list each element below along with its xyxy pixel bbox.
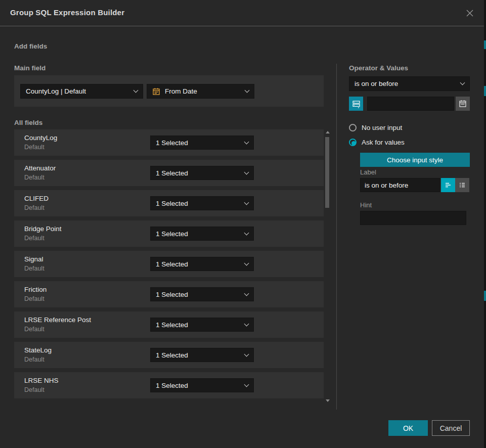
group-sql-expression-builder-dialog: Group SQL Expression Builder Add fields … — [0, 0, 484, 448]
field-sublabel: Default — [24, 235, 45, 242]
field-sublabel: Default — [24, 174, 45, 181]
field-selection-dropdown[interactable]: 1 Selected — [150, 227, 254, 241]
radio-icon — [349, 124, 357, 131]
field-sublabel: Default — [24, 386, 45, 393]
field-row: LRSE Reference Post Default 1 Selected — [14, 311, 324, 338]
field-name: Attenuator — [24, 164, 56, 172]
background-accent-fragment — [484, 291, 486, 301]
selection-dropdown-value: 1 Selected — [156, 200, 241, 207]
background-app-edge — [484, 0, 486, 448]
selection-dropdown-value: 1 Selected — [156, 321, 241, 329]
chevron-down-icon — [244, 139, 249, 144]
label-input[interactable]: is on or before — [360, 178, 440, 192]
chevron-down-icon — [244, 291, 249, 296]
selection-dropdown-value: 1 Selected — [156, 291, 241, 298]
value-date-input[interactable] — [367, 97, 454, 111]
field-selection-dropdown[interactable]: 1 Selected — [150, 136, 254, 150]
value-source-icon[interactable] — [349, 97, 363, 111]
chevron-down-icon — [244, 169, 249, 174]
chevron-down-icon — [244, 321, 249, 326]
chevron-down-icon — [134, 88, 139, 93]
field-sublabel: Default — [24, 265, 45, 272]
field-selection-dropdown[interactable]: 1 Selected — [150, 318, 254, 332]
field-name: CountyLog — [24, 134, 57, 142]
layer-dropdown-value: CountyLog | Default — [26, 87, 130, 95]
field-row: Attenuator Default 1 Selected — [14, 160, 324, 186]
scrollbar-thumb[interactable] — [325, 137, 329, 208]
scroll-up-icon[interactable] — [326, 131, 330, 133]
field-row: LRSE NHS Default 1 Selected — [14, 372, 324, 398]
date-picker-calendar-icon[interactable] — [456, 97, 470, 111]
label-field-label: Label — [360, 168, 376, 176]
chevron-down-icon — [244, 351, 249, 356]
fields-list-scrollbar[interactable] — [325, 130, 330, 402]
all-fields-heading: All fields — [14, 119, 42, 126]
background-accent-fragment — [484, 40, 486, 49]
close-icon[interactable] — [464, 7, 476, 19]
main-field-panel: CountyLog | Default From Date — [14, 75, 324, 107]
main-field-heading: Main field — [14, 64, 46, 72]
operator-dropdown-value: is on or before — [355, 80, 457, 87]
field-selection-dropdown[interactable]: 1 Selected — [150, 287, 254, 301]
chevron-down-icon — [244, 260, 249, 265]
chevron-down-icon — [244, 382, 249, 387]
main-field-field-dropdown[interactable]: From Date — [147, 84, 254, 99]
main-field-layer-dropdown[interactable]: CountyLog | Default — [20, 84, 143, 99]
chevron-down-icon — [244, 200, 249, 205]
field-selection-dropdown[interactable]: 1 Selected — [150, 378, 254, 392]
dialog-title: Group SQL Expression Builder — [10, 8, 124, 17]
radio-option[interactable]: No user input — [349, 124, 402, 131]
field-sublabel: Default — [24, 144, 45, 151]
field-row: Friction Default 1 Selected — [14, 281, 324, 307]
hint-input[interactable] — [360, 211, 466, 225]
field-name: LRSE Reference Post — [24, 316, 91, 324]
radio-label: No user input — [362, 124, 402, 131]
add-fields-heading: Add fields — [14, 42, 47, 50]
field-selection-dropdown[interactable]: 1 Selected — [150, 166, 254, 180]
field-row: CountyLog Default 1 Selected — [14, 129, 324, 156]
calendar-icon — [152, 87, 160, 96]
panel-divider — [336, 64, 337, 410]
input-style-toggle-group — [441, 178, 469, 192]
choose-input-style-button[interactable]: Choose input style — [360, 153, 470, 167]
field-name: StateLog — [24, 346, 52, 354]
field-selection-dropdown[interactable]: 1 Selected — [150, 348, 254, 362]
selection-dropdown-value: 1 Selected — [156, 169, 241, 177]
radio-label: Ask for values — [362, 139, 405, 146]
list-icon[interactable] — [455, 178, 469, 192]
field-selection-dropdown[interactable]: 1 Selected — [150, 257, 254, 271]
selection-dropdown-value: 1 Selected — [156, 351, 241, 359]
field-name: Friction — [24, 286, 47, 293]
all-fields-list: CountyLog Default 1 Selected Attenuator … — [14, 129, 324, 402]
field-sublabel: Default — [24, 204, 45, 211]
field-name: Bridge Point — [24, 225, 62, 233]
selection-dropdown-value: 1 Selected — [156, 139, 241, 147]
field-selection-dropdown[interactable]: 1 Selected — [150, 196, 254, 210]
background-accent-fragment — [484, 86, 486, 96]
field-name: LRSE NHS — [24, 377, 59, 384]
chevron-down-icon — [460, 80, 465, 85]
field-row: CLIFED Default 1 Selected — [14, 190, 324, 216]
field-sublabel: Default — [24, 356, 45, 363]
selection-dropdown-value: 1 Selected — [156, 260, 241, 268]
field-dropdown-value: From Date — [165, 87, 241, 95]
field-sublabel: Default — [24, 326, 45, 333]
operator-dropdown[interactable]: is on or before — [349, 76, 470, 91]
label-input-text: is on or before — [365, 182, 408, 189]
align-left-icon[interactable] — [441, 178, 455, 192]
field-sublabel: Default — [24, 295, 45, 302]
dialog-titlebar: Group SQL Expression Builder — [0, 0, 484, 26]
field-name: CLIFED — [24, 195, 49, 202]
field-row: Bridge Point Default 1 Selected — [14, 220, 324, 247]
radio-option[interactable]: Ask for values — [349, 139, 405, 146]
cancel-button[interactable]: Cancel — [432, 420, 470, 436]
scroll-down-icon[interactable] — [326, 399, 330, 402]
operator-values-heading: Operator & Values — [349, 64, 408, 72]
chevron-down-icon — [245, 88, 250, 93]
ok-button[interactable]: OK — [388, 420, 428, 436]
field-name: Signal — [24, 255, 43, 263]
hint-field-label: Hint — [360, 201, 372, 209]
radio-icon — [349, 139, 357, 146]
selection-dropdown-value: 1 Selected — [156, 230, 241, 238]
selection-dropdown-value: 1 Selected — [156, 382, 241, 389]
